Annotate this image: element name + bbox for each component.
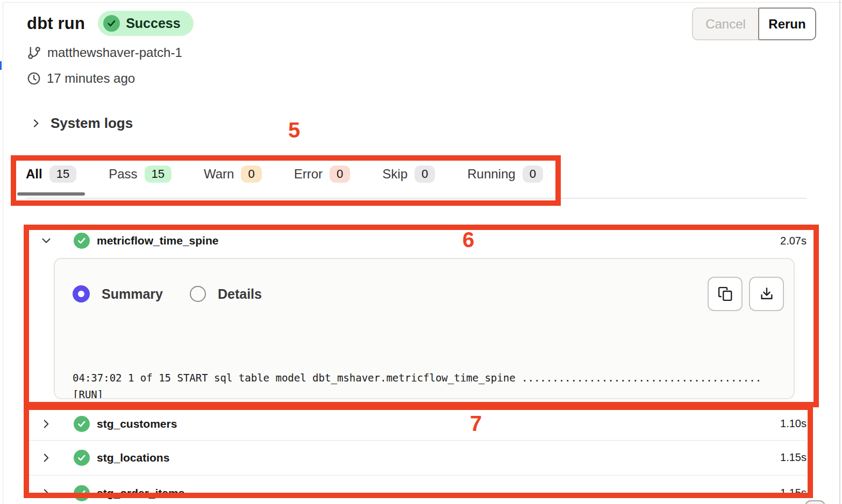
clock-icon bbox=[27, 71, 41, 85]
branch-row: matthewshaver-patch-1 bbox=[27, 45, 182, 60]
tab-count-badge: 0 bbox=[523, 165, 543, 183]
log-output: 04:37:02 1 of 15 START sql table model d… bbox=[73, 336, 776, 399]
chevron-right-icon[interactable] bbox=[40, 452, 52, 464]
chevron-right-icon[interactable] bbox=[40, 487, 52, 499]
model-name: stg_locations bbox=[97, 451, 169, 464]
tab-label: Skip bbox=[382, 167, 408, 182]
branch-name: matthewshaver-patch-1 bbox=[47, 45, 182, 60]
tab-label: Running bbox=[467, 167, 515, 182]
cancel-button[interactable]: Cancel bbox=[692, 8, 758, 40]
run-actions: Cancel Rerun bbox=[692, 8, 816, 40]
chevron-right-icon[interactable] bbox=[40, 418, 52, 430]
success-check-icon bbox=[103, 15, 120, 32]
details-label: Details bbox=[218, 286, 262, 302]
status-label: Success bbox=[126, 16, 180, 31]
model-row-stg-order-items[interactable]: stg_order_items 1.15s bbox=[26, 475, 807, 504]
log-line: 04:37:02 1 of 15 START sql table model d… bbox=[73, 370, 776, 399]
model-row-metricflow-time-spine[interactable]: metricflow_time_spine 2.07s bbox=[26, 228, 807, 253]
partial-button-cutoff bbox=[805, 500, 825, 504]
model-row-stg-customers[interactable]: stg_customers 1.10s bbox=[26, 407, 807, 440]
summary-radio-option[interactable]: Summary bbox=[73, 285, 163, 303]
copy-logs-button[interactable] bbox=[708, 277, 743, 311]
chevron-right-icon bbox=[30, 118, 41, 129]
chevron-down-icon[interactable] bbox=[40, 235, 52, 247]
status-badge: Success bbox=[98, 11, 193, 36]
git-branch-icon bbox=[27, 46, 41, 60]
tab-count-badge: 0 bbox=[330, 165, 350, 183]
success-check-icon bbox=[74, 416, 90, 432]
radio-unselected-icon[interactable] bbox=[190, 286, 206, 302]
time-row: 17 minutes ago bbox=[27, 71, 135, 86]
copy-icon bbox=[717, 286, 733, 302]
model-name: metricflow_time_spine bbox=[97, 234, 218, 247]
model-name: stg_order_items bbox=[97, 487, 184, 500]
tab-label: Pass bbox=[109, 167, 137, 182]
details-radio-option[interactable]: Details bbox=[190, 286, 262, 302]
success-check-icon bbox=[74, 485, 90, 501]
annotation-number-5: 5 bbox=[288, 118, 300, 142]
tab-label: Error bbox=[294, 167, 323, 182]
time-ago: 17 minutes ago bbox=[47, 71, 135, 86]
panel-top-border bbox=[3, 2, 842, 3]
model-duration: 2.07s bbox=[780, 235, 807, 247]
tab-label: All bbox=[26, 167, 42, 182]
model-row-stg-locations[interactable]: stg_locations 1.15s bbox=[26, 440, 807, 474]
model-duration: 1.10s bbox=[780, 417, 807, 430]
tab-count-badge: 0 bbox=[241, 165, 261, 183]
download-logs-button[interactable] bbox=[749, 277, 784, 311]
run-header: dbt run Success bbox=[27, 11, 194, 36]
rerun-button[interactable]: Rerun bbox=[758, 8, 816, 40]
model-duration: 1.15s bbox=[780, 451, 807, 464]
page-title: dbt run bbox=[27, 14, 85, 33]
system-logs-toggle[interactable]: System logs bbox=[30, 115, 133, 132]
summary-label: Summary bbox=[102, 286, 163, 302]
model-name: stg_customers bbox=[97, 417, 177, 430]
tab-error[interactable]: Error 0 bbox=[294, 161, 351, 193]
scrollbar-track[interactable] bbox=[839, 0, 840, 504]
radio-selected-icon[interactable] bbox=[73, 285, 90, 303]
dbt-run-detail-page: dbt run Success matthewshaver-patch-1 17… bbox=[0, 0, 842, 504]
success-check-icon bbox=[74, 233, 90, 249]
system-logs-label: System logs bbox=[51, 115, 133, 132]
text-cursor-artifact bbox=[0, 61, 2, 70]
tab-warn[interactable]: Warn 0 bbox=[204, 161, 262, 193]
download-icon bbox=[759, 286, 775, 302]
tab-all[interactable]: All 15 bbox=[26, 161, 76, 193]
tab-count-badge: 0 bbox=[415, 165, 435, 183]
success-check-icon bbox=[74, 450, 90, 466]
result-filter-tabs: All 15 Pass 15 Warn 0 Error 0 Skip 0 Run… bbox=[26, 161, 807, 199]
panel-left-border bbox=[3, 2, 3, 504]
tab-running[interactable]: Running 0 bbox=[467, 161, 543, 193]
model-duration: 1.15s bbox=[780, 487, 807, 499]
tab-skip[interactable]: Skip 0 bbox=[382, 161, 435, 193]
log-card: Summary Details 04:37:02 1 of 15 START s… bbox=[54, 258, 795, 399]
tab-pass[interactable]: Pass 15 bbox=[109, 161, 172, 193]
log-toolbar: Summary Details bbox=[73, 276, 784, 312]
tab-label: Warn bbox=[204, 167, 234, 182]
tab-count-badge: 15 bbox=[145, 165, 172, 183]
tab-count-badge: 15 bbox=[49, 165, 76, 183]
